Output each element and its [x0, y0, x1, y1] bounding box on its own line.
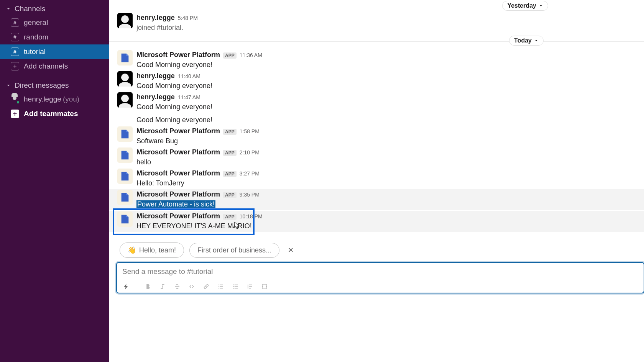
code-button[interactable] — [188, 283, 196, 290]
chevron-down-icon — [534, 38, 539, 43]
message-list[interactable]: Yesterday henry.legge 5:48 PM joined #tu… — [109, 0, 644, 362]
add-channels-button[interactable]: + Add channels — [0, 59, 109, 74]
app-avatar[interactable] — [117, 190, 133, 205]
plus-icon: + — [11, 62, 19, 70]
shortcuts-button[interactable] — [122, 283, 130, 290]
message-row[interactable]: Microsoft Power Platform APP 2:10 PM hel… — [109, 147, 644, 168]
channels-section-header[interactable]: Channels — [0, 2, 109, 15]
message-row[interactable]: henry.legge 5:48 PM joined #tutorial. — [109, 12, 644, 33]
main-panel: Yesterday henry.legge 5:48 PM joined #tu… — [109, 0, 644, 362]
suggestion-label: Hello, team! — [139, 246, 176, 254]
channel-tutorial[interactable]: # tutorial — [0, 44, 109, 59]
message-row[interactable]: Microsoft Power Platform APP 3:27 PM Hel… — [109, 168, 644, 189]
suggestions-close-button[interactable]: ✕ — [285, 246, 297, 254]
composer-toolbar — [122, 278, 638, 290]
app-avatar[interactable] — [117, 126, 133, 142]
author-name[interactable]: henry.legge — [136, 71, 175, 80]
app-avatar[interactable] — [117, 169, 133, 184]
dm-name: henry.legge — [24, 93, 61, 105]
channels-label: Channels — [15, 5, 45, 13]
user-avatar[interactable] — [117, 13, 133, 28]
message-row[interactable]: henry.legge 11:47 AM Good Morning everyo… — [109, 92, 644, 126]
message-row[interactable]: henry.legge 11:40 AM Good Morning everyo… — [109, 70, 644, 92]
user-avatar[interactable] — [117, 71, 133, 87]
chevron-down-icon — [539, 3, 543, 8]
add-teammates-button[interactable]: + Add teammates — [0, 106, 109, 121]
message-text: Good Morning everyone! — [136, 115, 636, 125]
message-row[interactable]: Microsoft Power Platform APP 1:58 PM Sof… — [109, 126, 644, 147]
message-row[interactable]: Microsoft Power Platform APP 11:36 AM Go… — [109, 49, 644, 70]
caret-down-icon — [5, 6, 12, 12]
ordered-list-button[interactable] — [217, 283, 225, 290]
suggestion-first-order[interactable]: First order of business... — [189, 243, 279, 258]
caret-down-icon — [5, 82, 12, 88]
author-name[interactable]: Microsoft Power Platform — [136, 50, 220, 59]
dm-self[interactable]: henry.legge (you) — [0, 92, 109, 106]
app-avatar[interactable] — [117, 147, 133, 163]
composer-input[interactable]: Send a message to #tutorial — [122, 267, 638, 278]
strike-button[interactable] — [173, 283, 181, 290]
message-time: 11:36 AM — [240, 51, 262, 60]
link-button[interactable] — [202, 283, 210, 290]
message-row[interactable]: Microsoft Power Platform APP 9:35 PM Pow… — [109, 189, 644, 210]
message-time: 10:18 PM — [240, 212, 263, 221]
close-icon: ✕ — [288, 246, 294, 254]
message-row[interactable]: Microsoft Power Platform APP 10:18 PM HE… — [109, 211, 644, 232]
dm-section-header[interactable]: Direct messages — [0, 79, 109, 92]
cursor-icon — [234, 221, 241, 230]
message-text: Good Morning everyone! — [136, 60, 636, 70]
app-avatar[interactable] — [117, 211, 133, 227]
add-channels-label: Add channels — [24, 61, 68, 72]
app-badge: APP — [223, 150, 237, 156]
date-divider-yesterday[interactable]: Yesterday — [502, 1, 548, 11]
author-name[interactable]: Microsoft Power Platform — [136, 211, 220, 221]
message-time: 2:10 PM — [240, 148, 260, 157]
author-name[interactable]: henry.legge — [136, 92, 175, 102]
author-name[interactable]: henry.legge — [136, 13, 175, 22]
date-label: Today — [514, 37, 532, 44]
author-name[interactable]: Microsoft Power Platform — [136, 126, 220, 136]
message-suggestions: 👋 Hello, team! First order of business..… — [109, 239, 644, 262]
italic-button[interactable] — [159, 283, 166, 290]
app-badge: APP — [223, 129, 237, 135]
presence-avatar — [11, 95, 19, 103]
suggestion-hello-team[interactable]: 👋 Hello, team! — [120, 242, 184, 258]
author-name[interactable]: Microsoft Power Platform — [136, 147, 220, 157]
message-time: 3:27 PM — [240, 169, 260, 178]
app-badge: APP — [223, 214, 237, 220]
bold-button[interactable] — [144, 283, 152, 290]
channel-general[interactable]: # general — [0, 15, 109, 30]
message-time: 11:40 AM — [178, 72, 200, 81]
blockquote-button[interactable] — [246, 283, 254, 290]
app-avatar[interactable] — [117, 50, 133, 66]
sidebar: Channels # general # random # tutorial +… — [0, 0, 109, 362]
bullet-list-button[interactable] — [232, 283, 239, 290]
message-text: joined #tutorial. — [136, 23, 636, 33]
svg-point-2 — [233, 288, 234, 288]
dm-label: Direct messages — [15, 81, 69, 90]
message-time: 1:58 PM — [240, 127, 260, 136]
user-avatar[interactable] — [117, 92, 133, 108]
message-text: Software Bug — [136, 136, 636, 146]
app-badge: APP — [223, 171, 237, 177]
author-name[interactable]: Microsoft Power Platform — [136, 169, 220, 178]
message-text: Good Morning everyone! — [136, 102, 636, 112]
author-name[interactable]: Microsoft Power Platform — [136, 190, 220, 199]
message-time: 5:48 PM — [178, 13, 198, 23]
date-label: Yesterday — [507, 2, 536, 9]
add-teammates-label: Add teammates — [24, 108, 78, 120]
app-badge: APP — [223, 192, 237, 198]
new-message-divider — [112, 210, 644, 210]
channel-random[interactable]: # random — [0, 30, 109, 44]
hash-icon: # — [11, 33, 19, 41]
message-composer[interactable]: Send a message to #tutorial — [117, 262, 644, 293]
svg-point-0 — [233, 284, 234, 285]
message-text: HEY EVERYONE! IT'S A-ME MARIO! — [136, 221, 636, 231]
channel-label: general — [24, 17, 48, 28]
toolbar-divider — [137, 283, 137, 290]
date-divider-today[interactable]: Today — [509, 36, 544, 46]
suggestion-label: First order of business... — [197, 246, 271, 254]
message-text: Good Morning everyone! — [136, 81, 636, 91]
code-block-button[interactable] — [261, 283, 268, 290]
channel-label: tutorial — [24, 46, 46, 57]
